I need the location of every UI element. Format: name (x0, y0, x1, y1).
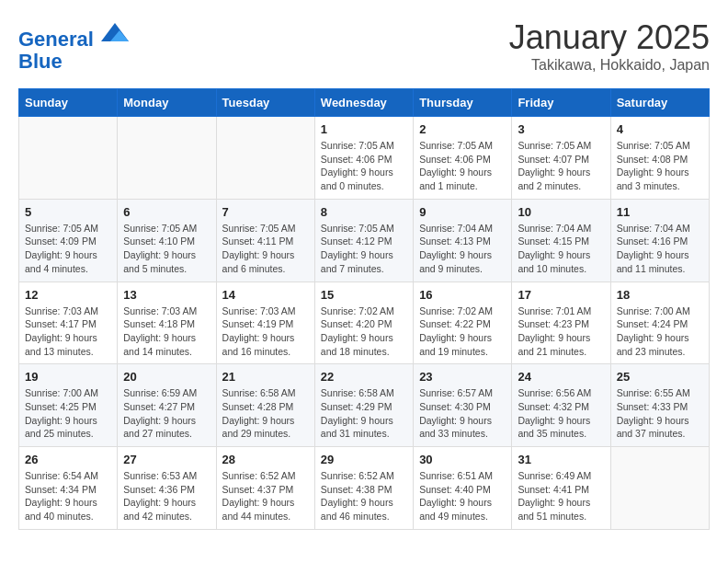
day-info: Sunrise: 7:05 AM Sunset: 4:08 PM Dayligh… (617, 139, 703, 193)
day-of-week-saturday: Saturday (610, 89, 709, 117)
calendar-header: SundayMondayTuesdayWednesdayThursdayFrid… (19, 89, 710, 117)
day-info: Sunrise: 7:05 AM Sunset: 4:09 PM Dayligh… (25, 222, 111, 276)
day-info: Sunrise: 6:55 AM Sunset: 4:33 PM Dayligh… (617, 386, 703, 441)
day-number: 2 (419, 122, 506, 136)
calendar-cell: 6Sunrise: 7:05 AM Sunset: 4:10 PM Daylig… (118, 199, 216, 282)
day-info: Sunrise: 7:05 AM Sunset: 4:07 PM Dayligh… (518, 139, 604, 193)
calendar-table: SundayMondayTuesdayWednesdayThursdayFrid… (18, 88, 710, 530)
day-number: 14 (222, 288, 309, 302)
day-info: Sunrise: 7:02 AM Sunset: 4:22 PM Dayligh… (419, 304, 506, 359)
day-of-week-wednesday: Wednesday (314, 89, 413, 117)
day-info: Sunrise: 7:00 AM Sunset: 4:25 PM Dayligh… (25, 386, 111, 441)
day-number: 31 (518, 453, 604, 466)
day-number: 18 (617, 288, 703, 302)
day-info: Sunrise: 7:04 AM Sunset: 4:13 PM Dayligh… (419, 222, 506, 276)
calendar-cell: 9Sunrise: 7:04 AM Sunset: 4:13 PM Daylig… (414, 199, 512, 282)
logo: General Blue (18, 18, 129, 73)
calendar-cell: 14Sunrise: 7:03 AM Sunset: 4:19 PM Dayli… (216, 282, 314, 364)
day-number: 5 (25, 205, 111, 219)
day-info: Sunrise: 6:59 AM Sunset: 4:27 PM Dayligh… (123, 386, 210, 441)
calendar-cell: 1Sunrise: 7:05 AM Sunset: 4:06 PM Daylig… (314, 117, 413, 200)
day-number: 6 (123, 205, 210, 219)
calendar-cell (118, 117, 216, 200)
calendar-cell: 31Sunrise: 6:49 AM Sunset: 4:41 PM Dayli… (512, 447, 610, 530)
week-row-3: 12Sunrise: 7:03 AM Sunset: 4:17 PM Dayli… (19, 282, 710, 364)
calendar-cell: 11Sunrise: 7:04 AM Sunset: 4:16 PM Dayli… (610, 199, 709, 282)
day-number: 16 (419, 288, 506, 302)
calendar-cell: 13Sunrise: 7:03 AM Sunset: 4:18 PM Dayli… (118, 282, 216, 364)
calendar-cell: 24Sunrise: 6:56 AM Sunset: 4:32 PM Dayli… (512, 364, 610, 447)
location-title: Takikawa, Hokkaido, Japan (509, 57, 710, 74)
day-info: Sunrise: 6:58 AM Sunset: 4:28 PM Dayligh… (222, 386, 309, 441)
calendar-cell: 12Sunrise: 7:03 AM Sunset: 4:17 PM Dayli… (19, 282, 118, 364)
day-number: 22 (321, 370, 407, 384)
calendar-cell: 21Sunrise: 6:58 AM Sunset: 4:28 PM Dayli… (216, 364, 314, 447)
day-number: 11 (617, 205, 703, 219)
calendar-cell: 10Sunrise: 7:04 AM Sunset: 4:15 PM Dayli… (512, 199, 610, 282)
calendar-cell: 28Sunrise: 6:52 AM Sunset: 4:37 PM Dayli… (216, 447, 314, 530)
logo-text: General Blue (18, 18, 129, 73)
day-info: Sunrise: 7:00 AM Sunset: 4:24 PM Dayligh… (617, 304, 703, 359)
calendar-cell: 8Sunrise: 7:05 AM Sunset: 4:12 PM Daylig… (314, 199, 413, 282)
day-info: Sunrise: 6:56 AM Sunset: 4:32 PM Dayligh… (518, 386, 604, 441)
day-info: Sunrise: 6:54 AM Sunset: 4:34 PM Dayligh… (25, 469, 111, 523)
calendar-cell: 3Sunrise: 7:05 AM Sunset: 4:07 PM Daylig… (512, 117, 610, 200)
day-number: 26 (25, 453, 111, 466)
day-number: 17 (518, 288, 604, 302)
day-info: Sunrise: 7:03 AM Sunset: 4:19 PM Dayligh… (222, 304, 309, 359)
day-info: Sunrise: 7:04 AM Sunset: 4:15 PM Dayligh… (518, 222, 604, 276)
day-info: Sunrise: 7:05 AM Sunset: 4:11 PM Dayligh… (222, 222, 309, 276)
days-of-week-row: SundayMondayTuesdayWednesdayThursdayFrid… (19, 89, 710, 117)
day-number: 8 (321, 205, 407, 219)
day-info: Sunrise: 6:58 AM Sunset: 4:29 PM Dayligh… (321, 386, 407, 441)
calendar-cell: 7Sunrise: 7:05 AM Sunset: 4:11 PM Daylig… (216, 199, 314, 282)
day-number: 15 (321, 288, 407, 302)
month-title: January 2025 (509, 18, 710, 57)
calendar-cell: 17Sunrise: 7:01 AM Sunset: 4:23 PM Dayli… (512, 282, 610, 364)
day-info: Sunrise: 7:02 AM Sunset: 4:20 PM Dayligh… (321, 304, 407, 359)
calendar-cell: 2Sunrise: 7:05 AM Sunset: 4:06 PM Daylig… (414, 117, 512, 200)
calendar-cell (216, 117, 314, 200)
logo-blue: Blue (18, 50, 63, 73)
day-info: Sunrise: 7:05 AM Sunset: 4:10 PM Dayligh… (123, 222, 210, 276)
day-info: Sunrise: 7:01 AM Sunset: 4:23 PM Dayligh… (518, 304, 604, 359)
calendar-cell (19, 117, 118, 200)
calendar-cell (610, 447, 709, 530)
logo-general: General (18, 28, 94, 51)
calendar-cell: 29Sunrise: 6:52 AM Sunset: 4:38 PM Dayli… (314, 447, 413, 530)
day-number: 7 (222, 205, 309, 219)
logo-icon (101, 18, 129, 46)
day-of-week-thursday: Thursday (414, 89, 512, 117)
page-header: General Blue January 2025 Takikawa, Hokk… (18, 18, 710, 74)
day-info: Sunrise: 6:53 AM Sunset: 4:36 PM Dayligh… (123, 469, 210, 523)
day-number: 25 (617, 370, 703, 384)
day-number: 19 (25, 370, 111, 384)
day-number: 9 (419, 205, 506, 219)
day-info: Sunrise: 6:52 AM Sunset: 4:38 PM Dayligh… (321, 469, 407, 523)
day-info: Sunrise: 6:52 AM Sunset: 4:37 PM Dayligh… (222, 469, 309, 523)
day-info: Sunrise: 6:51 AM Sunset: 4:40 PM Dayligh… (419, 469, 506, 523)
calendar-cell: 25Sunrise: 6:55 AM Sunset: 4:33 PM Dayli… (610, 364, 709, 447)
day-info: Sunrise: 7:03 AM Sunset: 4:17 PM Dayligh… (25, 304, 111, 359)
title-block: January 2025 Takikawa, Hokkaido, Japan (509, 18, 710, 74)
day-of-week-friday: Friday (512, 89, 610, 117)
day-number: 1 (321, 122, 407, 136)
day-number: 27 (123, 453, 210, 466)
day-number: 30 (419, 453, 506, 466)
day-info: Sunrise: 7:04 AM Sunset: 4:16 PM Dayligh… (617, 222, 703, 276)
day-number: 21 (222, 370, 309, 384)
calendar-body: 1Sunrise: 7:05 AM Sunset: 4:06 PM Daylig… (19, 117, 710, 530)
day-info: Sunrise: 6:57 AM Sunset: 4:30 PM Dayligh… (419, 386, 506, 441)
day-info: Sunrise: 7:03 AM Sunset: 4:18 PM Dayligh… (123, 304, 210, 359)
day-info: Sunrise: 7:05 AM Sunset: 4:12 PM Dayligh… (321, 222, 407, 276)
day-of-week-monday: Monday (118, 89, 216, 117)
week-row-2: 5Sunrise: 7:05 AM Sunset: 4:09 PM Daylig… (19, 199, 710, 282)
day-number: 12 (25, 288, 111, 302)
calendar-cell: 19Sunrise: 7:00 AM Sunset: 4:25 PM Dayli… (19, 364, 118, 447)
calendar-cell: 26Sunrise: 6:54 AM Sunset: 4:34 PM Dayli… (19, 447, 118, 530)
week-row-1: 1Sunrise: 7:05 AM Sunset: 4:06 PM Daylig… (19, 117, 710, 200)
day-of-week-sunday: Sunday (19, 89, 118, 117)
week-row-4: 19Sunrise: 7:00 AM Sunset: 4:25 PM Dayli… (19, 364, 710, 447)
calendar-cell: 4Sunrise: 7:05 AM Sunset: 4:08 PM Daylig… (610, 117, 709, 200)
calendar-cell: 27Sunrise: 6:53 AM Sunset: 4:36 PM Dayli… (118, 447, 216, 530)
